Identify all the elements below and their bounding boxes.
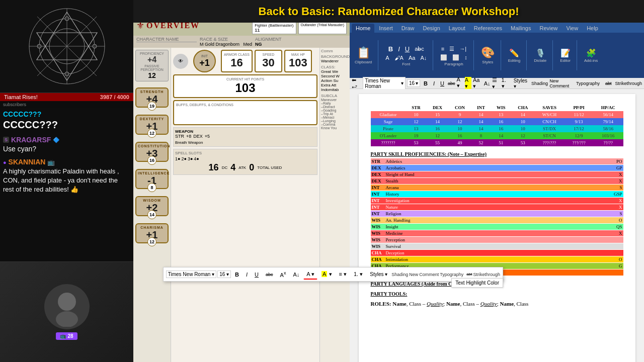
clipboard-group: 📋 Clipboard: [353, 40, 378, 70]
table-row: ??????? 53 55 49 52 51 53 ???/??? ???/??…: [371, 139, 623, 146]
float-numbering-button[interactable]: 1. ▾: [351, 269, 366, 279]
font-size-button[interactable]: Aa: [407, 54, 417, 62]
styles-format[interactable]: Styles ▾: [514, 78, 528, 89]
roles-text: Name, Class – Quality; Name, Class – Qua…: [392, 301, 528, 307]
font-size-dropdown[interactable]: 16 ▾: [407, 79, 420, 87]
tab-design[interactable]: Design: [419, 24, 444, 33]
chat-user1-name: CCCCC???: [0, 108, 133, 118]
stats-top-row: 👁 INIT +1 ARMOR CLASS 16 SPEED 30 MAX HP…: [173, 50, 317, 72]
editor-button[interactable]: 📝 Editor: [558, 47, 573, 64]
addins-button[interactable]: 🧩 Add-ins: [582, 47, 600, 64]
chat-user3-message: A highly charismatic Paladin with heals …: [0, 166, 133, 200]
spell-total-value: 0: [249, 162, 254, 173]
stream-banner: Back to Basic: Randomized Character Work…: [133, 0, 644, 23]
spell-atk-value: 4: [230, 162, 235, 173]
dictate-button[interactable]: 🎙️ Dictate: [532, 47, 548, 64]
twitch-count-badge: 📺28: [56, 332, 77, 340]
underline-button[interactable]: U: [403, 44, 412, 54]
list-item: STR Athletics PO: [371, 158, 623, 164]
addins-group: 🧩 Add-ins: [582, 40, 604, 70]
chat-user3-name: ● SKANNIAN 📺: [0, 156, 133, 166]
skills-header: PARTY SKILL PROFICIENCIES: (Note – Exper…: [371, 151, 623, 157]
list-item: WIS Survival: [371, 243, 623, 249]
word-toolbar-buttons: 📋 Clipboard B I U ab̶c A 🖌A Aa A↓: [350, 33, 644, 78]
font-color-picker[interactable]: A ▾: [457, 76, 463, 90]
alignment-value: NG: [255, 42, 282, 47]
format-underline-button[interactable]: U: [438, 79, 446, 87]
list-item: INT Arcana S: [371, 185, 623, 191]
float-styles-button[interactable]: Styles ▾: [367, 270, 390, 279]
numbering-format[interactable]: 1. ▾: [502, 77, 509, 89]
tab-review[interactable]: Review: [535, 24, 561, 33]
indent-button[interactable]: →|: [457, 45, 468, 53]
weapons-area: WEAPON STR+8 DEX+5 Breath Weapon: [173, 127, 317, 147]
list-item: INT History GSP: [371, 191, 623, 197]
paste-button[interactable]: 📋 Clipboard: [353, 45, 374, 65]
format-bold-button[interactable]: B: [422, 79, 430, 87]
tab-home[interactable]: Home: [352, 24, 374, 33]
numbering-button[interactable]: ☰: [447, 45, 456, 53]
styles-icon: 🎨: [481, 46, 495, 59]
current-hp-box: CURRENT HIT POINTS 103: [173, 74, 317, 98]
char-right-side: Comm BACKGROUND: Wanderer CLASS: Great W…: [319, 48, 350, 362]
weapon-stats: STR+8 DEX+5: [175, 134, 315, 139]
sub-badge-icon: S: [3, 137, 9, 143]
highlight-color-button[interactable]: 🖌A: [392, 54, 406, 62]
speed-value: 30: [258, 56, 279, 69]
character-name-row: CHARACTER NAME RACE & SIZE M Gold Dragon…: [133, 36, 350, 48]
font-color-button[interactable]: A: [383, 54, 391, 62]
person-silhouette-icon: [47, 287, 87, 327]
webcam-feed: 📺28: [0, 262, 133, 362]
roles-header: ROLES:: [371, 301, 391, 307]
bullets-button[interactable]: ≡: [439, 45, 446, 53]
svg-point-13: [58, 293, 76, 311]
list-item: DEX Sleight of Hand X: [371, 171, 623, 177]
webcam-area: 📺28: [0, 261, 133, 362]
tab-layout[interactable]: Layout: [445, 24, 469, 33]
italic-button[interactable]: I: [396, 44, 402, 54]
tab-mailings[interactable]: Mailings: [507, 24, 535, 33]
list-item: INT Investigation X: [371, 198, 623, 204]
svg-point-14: [56, 311, 78, 327]
clear-format-button[interactable]: A↓: [418, 54, 429, 62]
highlight-tooltip: Text Highlight Color: [451, 278, 503, 288]
tab-view[interactable]: View: [562, 24, 583, 33]
styles-button[interactable]: 🎨 Styles: [479, 45, 497, 65]
twitch-icon: ●: [3, 159, 7, 165]
font-group: B I U ab̶c A 🖌A Aa A↓ Font: [383, 40, 433, 70]
tab-references[interactable]: References: [470, 24, 506, 33]
paste-icon: 📋: [357, 46, 370, 59]
highlight-color-picker[interactable]: A ▾: [465, 77, 471, 89]
svg-point-12: [93, 44, 97, 48]
format-italic-button[interactable]: I: [431, 79, 437, 87]
tab-draw[interactable]: Draw: [397, 24, 419, 33]
list-item: WIS An. Handling O: [371, 217, 623, 223]
strikethrough-button[interactable]: ab̶c: [413, 45, 426, 53]
list-item: WIS Perception: [371, 237, 623, 243]
font-face-dropdown[interactable]: Times New Roman ▾: [363, 77, 406, 90]
editing-button[interactable]: ✏️ Editing: [506, 47, 522, 64]
proficiency-box: PROFICIENCY +4 PASSIVE PERCEPTION 12: [135, 50, 169, 81]
stat-strength: STRENGTH +4 19: [135, 87, 169, 108]
align-center-button[interactable]: ⬜: [450, 53, 461, 62]
strikethrough-word-button[interactable]: abt: [603, 80, 614, 87]
align-left-button[interactable]: ⬜: [438, 53, 449, 62]
bold-button[interactable]: B: [386, 44, 395, 54]
list-item: CHA Intimidation O: [371, 256, 623, 262]
tab-insert[interactable]: Insert: [375, 24, 397, 33]
stat-wisdom: WISDOM +2 14: [135, 196, 169, 216]
ac-box: ARMOR CLASS 16: [221, 50, 253, 72]
line-spacing-button[interactable]: ↕: [462, 53, 469, 62]
tab-help[interactable]: Help: [583, 24, 602, 33]
buffs-conditions-box: BUFFS, DEBUFFS, & CONDITIONS: [173, 100, 317, 125]
initiative-value: +1: [199, 58, 210, 68]
breath-weapon: Breath Weapon: [175, 140, 315, 145]
bullets-format[interactable]: ☰ ▾: [492, 77, 500, 90]
word-panel: Home Insert Draw Design Layout Reference…: [350, 0, 644, 362]
proficiency-value: +4: [137, 55, 167, 64]
dictate-group: 🎙️ Dictate: [532, 40, 553, 70]
word-content-area[interactable]: STR DEX CON INT WIS CHA SAVES PP/PI HP/A…: [350, 89, 644, 362]
avatar-area: [0, 0, 133, 93]
editor-group: 📝 Editor: [558, 40, 577, 70]
table-row: Gladiator 10 15 9 14 13 14 WS/CH 11/12 5…: [371, 111, 623, 118]
